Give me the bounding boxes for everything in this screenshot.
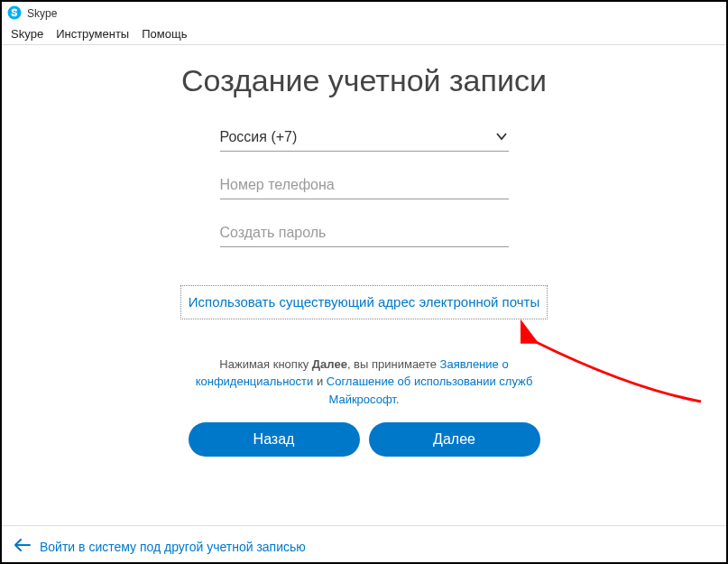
divider — [2, 525, 726, 526]
legal-text: Нажимая кнопку Далее, вы принимаете Заяв… — [175, 356, 554, 409]
use-email-link[interactable]: Использовать существующий адрес электрон… — [180, 285, 548, 319]
chevron-down-icon — [494, 129, 509, 147]
skype-icon — [7, 5, 27, 23]
other-account-label: Войти в систему под другой учетной запис… — [40, 540, 306, 554]
use-email-link-label: Использовать существующий адрес электрон… — [189, 294, 539, 310]
menu-tools[interactable]: Инструменты — [56, 27, 129, 41]
signup-form: Россия (+7) — [220, 124, 509, 247]
phone-input[interactable] — [220, 171, 509, 199]
menubar: Skype Инструменты Помощь — [2, 25, 726, 45]
menu-help[interactable]: Помощь — [142, 27, 187, 41]
phone-field[interactable] — [220, 171, 509, 199]
page-title: Создание учетной записи — [2, 61, 726, 100]
back-button[interactable]: Назад — [189, 422, 360, 457]
password-input[interactable] — [220, 219, 509, 246]
button-row: Назад Далее — [2, 422, 726, 457]
titlebar: Skype — [2, 2, 726, 25]
menu-skype[interactable]: Skype — [11, 27, 43, 41]
password-field[interactable] — [220, 219, 509, 247]
content-area: Создание учетной записи Россия (+7) Испо… — [2, 45, 726, 457]
window-title: Skype — [27, 7, 57, 20]
country-select[interactable]: Россия (+7) — [220, 124, 509, 152]
arrow-left-icon — [14, 539, 31, 554]
next-button[interactable]: Далее — [369, 422, 540, 457]
other-account-link[interactable]: Войти в систему под другой учетной запис… — [14, 539, 306, 554]
terms-link[interactable]: Соглашение об использовании служб Майкро… — [327, 374, 533, 406]
country-value: Россия (+7) — [220, 124, 509, 151]
